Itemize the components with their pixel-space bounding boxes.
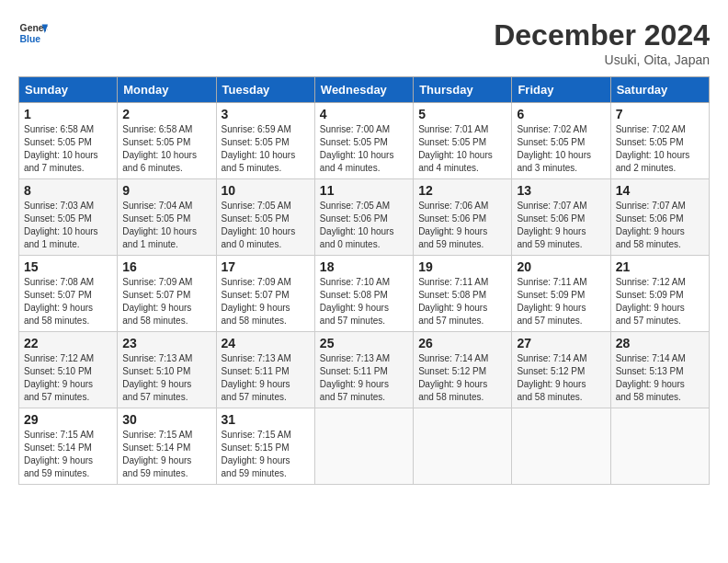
day-number: 23 — [122, 336, 210, 350]
day-number: 22 — [24, 336, 112, 350]
day-number: 10 — [222, 183, 310, 198]
day-number: 27 — [517, 336, 605, 350]
page-header: General Blue December 2024 Usuki, Oita, … — [18, 18, 710, 67]
empty-cell — [610, 408, 709, 485]
day-info: Sunrise: 6:59 AM Sunset: 5:05 PM Dayligh… — [222, 123, 310, 175]
logo: General Blue — [18, 18, 48, 48]
calendar-week-row: 29Sunrise: 7:15 AM Sunset: 5:14 PM Dayli… — [19, 408, 710, 485]
weekday-header: Saturday — [610, 77, 709, 103]
day-number: 17 — [222, 259, 310, 274]
calendar-day-cell: 30Sunrise: 7:15 AM Sunset: 5:14 PM Dayli… — [118, 408, 216, 485]
calendar-table: SundayMondayTuesdayWednesdayThursdayFrid… — [18, 76, 710, 485]
calendar-day-cell: 3Sunrise: 6:59 AM Sunset: 5:05 PM Daylig… — [216, 103, 314, 179]
day-info: Sunrise: 7:12 AM Sunset: 5:09 PM Dayligh… — [616, 276, 704, 327]
day-number: 29 — [24, 412, 112, 427]
calendar-day-cell: 17Sunrise: 7:09 AM Sunset: 5:07 PM Dayli… — [216, 256, 314, 332]
svg-text:Blue: Blue — [20, 34, 41, 44]
calendar-day-cell: 8Sunrise: 7:03 AM Sunset: 5:05 PM Daylig… — [19, 179, 118, 256]
calendar-day-cell: 23Sunrise: 7:13 AM Sunset: 5:10 PM Dayli… — [118, 332, 216, 408]
day-info: Sunrise: 7:13 AM Sunset: 5:11 PM Dayligh… — [320, 352, 408, 404]
day-number: 1 — [24, 107, 112, 121]
day-info: Sunrise: 7:04 AM Sunset: 5:05 PM Dayligh… — [122, 200, 210, 251]
day-number: 21 — [616, 259, 704, 274]
calendar-day-cell: 2Sunrise: 6:58 AM Sunset: 5:05 PM Daylig… — [118, 103, 216, 179]
day-info: Sunrise: 7:02 AM Sunset: 5:05 PM Dayligh… — [517, 123, 605, 175]
day-number: 20 — [517, 259, 605, 274]
day-number: 19 — [418, 259, 506, 274]
day-info: Sunrise: 7:05 AM Sunset: 5:06 PM Dayligh… — [320, 200, 408, 251]
empty-cell — [414, 408, 512, 485]
weekday-header: Wednesday — [314, 77, 413, 103]
weekday-header: Sunday — [19, 77, 118, 103]
day-info: Sunrise: 7:13 AM Sunset: 5:11 PM Dayligh… — [222, 352, 310, 404]
day-number: 8 — [24, 183, 112, 198]
day-number: 12 — [418, 183, 506, 198]
day-number: 16 — [122, 259, 210, 274]
empty-cell — [512, 408, 610, 485]
location: Usuki, Oita, Japan — [494, 52, 710, 67]
day-info: Sunrise: 7:09 AM Sunset: 5:07 PM Dayligh… — [122, 276, 210, 327]
calendar-day-cell: 31Sunrise: 7:15 AM Sunset: 5:15 PM Dayli… — [216, 408, 314, 485]
calendar-day-cell: 12Sunrise: 7:06 AM Sunset: 5:06 PM Dayli… — [414, 179, 512, 256]
calendar-day-cell: 19Sunrise: 7:11 AM Sunset: 5:08 PM Dayli… — [414, 256, 512, 332]
calendar-day-cell: 16Sunrise: 7:09 AM Sunset: 5:07 PM Dayli… — [118, 256, 216, 332]
day-number: 14 — [616, 183, 704, 198]
weekday-header: Thursday — [414, 77, 512, 103]
day-info: Sunrise: 7:06 AM Sunset: 5:06 PM Dayligh… — [418, 200, 506, 251]
calendar-day-cell: 20Sunrise: 7:11 AM Sunset: 5:09 PM Dayli… — [512, 256, 610, 332]
calendar-day-cell: 21Sunrise: 7:12 AM Sunset: 5:09 PM Dayli… — [610, 256, 709, 332]
weekday-header: Tuesday — [216, 77, 314, 103]
day-info: Sunrise: 7:14 AM Sunset: 5:12 PM Dayligh… — [517, 352, 605, 404]
calendar-day-cell: 10Sunrise: 7:05 AM Sunset: 5:05 PM Dayli… — [216, 179, 314, 256]
calendar-day-cell: 24Sunrise: 7:13 AM Sunset: 5:11 PM Dayli… — [216, 332, 314, 408]
day-number: 31 — [222, 412, 310, 427]
calendar-day-cell: 1Sunrise: 6:58 AM Sunset: 5:05 PM Daylig… — [19, 103, 118, 179]
calendar-day-cell: 9Sunrise: 7:04 AM Sunset: 5:05 PM Daylig… — [118, 179, 216, 256]
day-info: Sunrise: 7:08 AM Sunset: 5:07 PM Dayligh… — [24, 276, 112, 327]
day-info: Sunrise: 7:10 AM Sunset: 5:08 PM Dayligh… — [320, 276, 408, 327]
logo-icon: General Blue — [18, 18, 48, 48]
day-info: Sunrise: 7:14 AM Sunset: 5:13 PM Dayligh… — [616, 352, 704, 404]
empty-cell — [314, 408, 413, 485]
day-info: Sunrise: 7:11 AM Sunset: 5:08 PM Dayligh… — [418, 276, 506, 327]
calendar-day-cell: 25Sunrise: 7:13 AM Sunset: 5:11 PM Dayli… — [314, 332, 413, 408]
day-number: 3 — [222, 107, 310, 121]
day-number: 11 — [320, 183, 408, 198]
day-number: 24 — [222, 336, 310, 350]
calendar-day-cell: 26Sunrise: 7:14 AM Sunset: 5:12 PM Dayli… — [414, 332, 512, 408]
day-info: Sunrise: 7:03 AM Sunset: 5:05 PM Dayligh… — [24, 200, 112, 251]
day-info: Sunrise: 7:13 AM Sunset: 5:10 PM Dayligh… — [122, 352, 210, 404]
day-info: Sunrise: 7:14 AM Sunset: 5:12 PM Dayligh… — [418, 352, 506, 404]
calendar-day-cell: 29Sunrise: 7:15 AM Sunset: 5:14 PM Dayli… — [19, 408, 118, 485]
calendar-day-cell: 6Sunrise: 7:02 AM Sunset: 5:05 PM Daylig… — [512, 103, 610, 179]
calendar-day-cell: 7Sunrise: 7:02 AM Sunset: 5:05 PM Daylig… — [610, 103, 709, 179]
weekday-header: Friday — [512, 77, 610, 103]
day-number: 18 — [320, 259, 408, 274]
day-number: 9 — [122, 183, 210, 198]
day-info: Sunrise: 7:05 AM Sunset: 5:05 PM Dayligh… — [222, 200, 310, 251]
day-number: 25 — [320, 336, 408, 350]
day-number: 5 — [418, 107, 506, 121]
calendar-day-cell: 14Sunrise: 7:07 AM Sunset: 5:06 PM Dayli… — [610, 179, 709, 256]
day-info: Sunrise: 7:15 AM Sunset: 5:15 PM Dayligh… — [222, 429, 310, 480]
title-block: December 2024 Usuki, Oita, Japan — [494, 18, 710, 67]
month-title: December 2024 — [494, 18, 710, 52]
day-info: Sunrise: 7:15 AM Sunset: 5:14 PM Dayligh… — [24, 429, 112, 480]
calendar-day-cell: 11Sunrise: 7:05 AM Sunset: 5:06 PM Dayli… — [314, 179, 413, 256]
day-info: Sunrise: 6:58 AM Sunset: 5:05 PM Dayligh… — [24, 123, 112, 175]
calendar-day-cell: 5Sunrise: 7:01 AM Sunset: 5:05 PM Daylig… — [414, 103, 512, 179]
day-info: Sunrise: 7:07 AM Sunset: 5:06 PM Dayligh… — [517, 200, 605, 251]
calendar-week-row: 15Sunrise: 7:08 AM Sunset: 5:07 PM Dayli… — [19, 256, 710, 332]
day-info: Sunrise: 7:01 AM Sunset: 5:05 PM Dayligh… — [418, 123, 506, 175]
day-info: Sunrise: 7:15 AM Sunset: 5:14 PM Dayligh… — [122, 429, 210, 480]
calendar-day-cell: 18Sunrise: 7:10 AM Sunset: 5:08 PM Dayli… — [314, 256, 413, 332]
day-number: 28 — [616, 336, 704, 350]
day-info: Sunrise: 7:09 AM Sunset: 5:07 PM Dayligh… — [222, 276, 310, 327]
day-number: 4 — [320, 107, 408, 121]
day-info: Sunrise: 7:11 AM Sunset: 5:09 PM Dayligh… — [517, 276, 605, 327]
calendar-week-row: 8Sunrise: 7:03 AM Sunset: 5:05 PM Daylig… — [19, 179, 710, 256]
day-info: Sunrise: 7:12 AM Sunset: 5:10 PM Dayligh… — [24, 352, 112, 404]
day-number: 2 — [122, 107, 210, 121]
day-number: 26 — [418, 336, 506, 350]
day-number: 13 — [517, 183, 605, 198]
